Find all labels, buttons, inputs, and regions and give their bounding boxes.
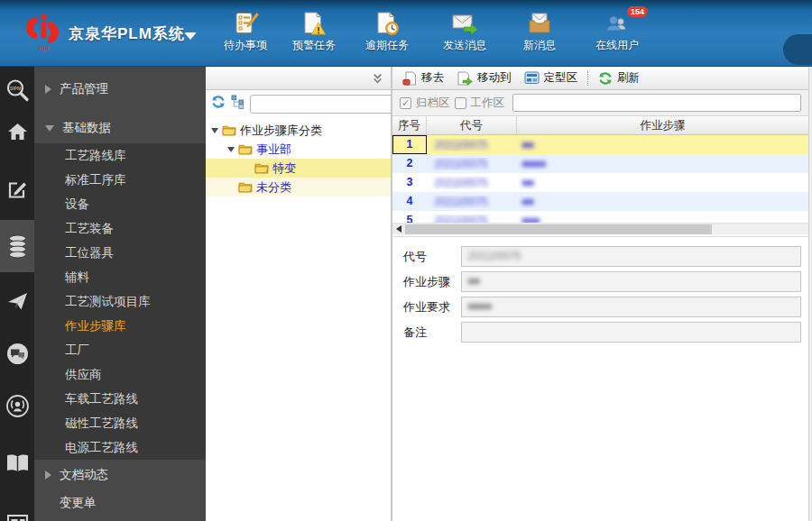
chat-icon — [5, 342, 30, 366]
sidebar-item-process-test-lib[interactable]: 工艺测试项目库 — [34, 289, 206, 314]
content-toolbar: 移去 移动到 定型区 刷新 — [392, 67, 808, 90]
rail-item-send[interactable] — [0, 283, 34, 319]
rail-item-home[interactable] — [0, 114, 34, 150]
sidebar-item-supplier[interactable]: 供应商 — [34, 362, 206, 387]
tree-node-label: 作业步骤库分类 — [240, 123, 322, 139]
topbar-item-overdue-task[interactable]: 逾期任务 — [348, 7, 426, 61]
topbar-item-send-message[interactable]: 发送消息 — [426, 7, 503, 61]
code-field[interactable]: 2021100075 — [461, 246, 801, 267]
sidebar-item-station-apparatus[interactable]: 工位器具 — [34, 241, 206, 265]
chevron-right-icon — [45, 471, 51, 480]
rail-item-window[interactable] — [0, 505, 34, 521]
workarea-checkbox[interactable] — [455, 97, 466, 109]
topbar-item-new-message[interactable]: 新消息 — [503, 7, 576, 61]
send-icon — [6, 290, 29, 312]
scrollbar-track[interactable] — [712, 224, 808, 234]
tree-structure-icon[interactable] — [231, 95, 245, 113]
step-field[interactable]: ■■ — [461, 271, 801, 292]
overdue-task-icon — [374, 7, 400, 36]
sidebar-group-product[interactable]: 产品管理 — [34, 74, 206, 105]
table-row[interactable]: 4 2021100075 ■■ — [392, 192, 808, 211]
sidebar-item-process-route-lib[interactable]: 工艺路线库 — [34, 143, 206, 168]
scroll-left-button[interactable] — [392, 225, 405, 233]
sidebar-item-power-process-route[interactable]: 电源工艺路线 — [34, 435, 206, 460]
right-edge-strip[interactable] — [808, 67, 812, 521]
sidebar-item-vehicle-process-route[interactable]: 车载工艺路线 — [34, 387, 206, 411]
tree-collapse-bar — [206, 67, 391, 90]
topbar-item-label: 待办事项 — [224, 38, 267, 53]
folder-icon — [222, 124, 236, 136]
tree-node-division[interactable]: 事业部 — [206, 140, 391, 159]
rail-item-database[interactable] — [0, 220, 34, 272]
sipm-search-icon: SIPM — [5, 78, 30, 103]
tree-node-root[interactable]: 作业步骤库分类 — [206, 121, 391, 140]
topbar-item-warning-task[interactable]: 预警任务 — [280, 7, 348, 61]
rail-item-chat[interactable] — [0, 335, 34, 371]
topbar-item-todo[interactable]: 待办事项 — [211, 7, 280, 61]
tree-refresh-icon[interactable] — [211, 95, 226, 113]
masked-value: 2021100075 — [467, 250, 521, 262]
sidebar-group-basic-data[interactable]: 基础数据 — [34, 113, 206, 143]
cell-num: 5 — [392, 211, 427, 223]
column-header-code[interactable]: 代号 — [427, 116, 517, 134]
sidebar-item-factory[interactable]: 工厂 — [34, 338, 206, 362]
archive-checkbox[interactable]: ✓ — [400, 97, 411, 109]
masked-code: 2021100075 — [434, 215, 487, 224]
step-field-label: 作业步骤 — [403, 271, 461, 292]
tree-node-tebian[interactable]: 特变 — [206, 159, 391, 178]
column-header-num[interactable]: 序号 — [392, 116, 427, 134]
cell-num: 1 — [392, 135, 427, 154]
table-row[interactable]: 2 2021100075 ■■■■ — [392, 154, 808, 173]
detail-form: 代号 2021100075 作业步骤 ■■ 作业要求 ■■■■ 备注 — [392, 237, 808, 343]
fixed-area-button[interactable]: 定型区 — [518, 69, 585, 87]
note-field-label: 备注 — [403, 322, 461, 343]
expander-down-icon — [227, 147, 235, 152]
topbar-item-online-users[interactable]: 在线用户 154 — [576, 7, 659, 61]
sidebar-group-doc-dynamics[interactable]: 文档动态 — [34, 460, 206, 490]
sidebar-item-work-step-lib[interactable]: 作业步骤库 — [34, 314, 206, 338]
sidebar-item-process-tooling[interactable]: 工艺装备 — [34, 216, 206, 241]
warning-task-icon — [301, 7, 327, 36]
note-field[interactable] — [461, 322, 801, 343]
tree-node-label: 未分类 — [256, 179, 291, 196]
table-row[interactable]: 1 2021100075 ■■ — [392, 135, 808, 154]
rail-item-book[interactable] — [0, 445, 34, 481]
sidebar-item-change-order[interactable]: 变更单 — [34, 490, 206, 516]
tree-node-unclassified[interactable]: 未分类 — [206, 178, 391, 197]
sidebar-item-equipment[interactable]: 设备 — [34, 192, 206, 216]
column-header-step[interactable]: 作业步骤 — [517, 116, 808, 134]
send-message-icon — [451, 7, 479, 36]
topbar-right-pill[interactable] — [783, 34, 812, 65]
jqh-logo-icon: JQH — [25, 11, 61, 52]
tree-search-input[interactable] — [251, 96, 394, 112]
toolbar-separator — [587, 71, 588, 86]
cell-num: 2 — [392, 154, 427, 173]
sidebar-item-standard-process-lib[interactable]: 标准工序库 — [34, 168, 206, 192]
workarea-label: 工作区 — [471, 96, 505, 111]
edit-icon — [7, 179, 28, 199]
topbar-item-label: 新消息 — [523, 38, 556, 53]
remove-button[interactable]: 移去 — [396, 69, 450, 87]
refresh-button[interactable]: 刷新 — [592, 69, 646, 87]
rail-item-sipm-search[interactable]: SIPM — [0, 72, 34, 108]
chevron-double-down-icon[interactable] — [372, 72, 383, 88]
svg-text:JQH: JQH — [38, 46, 49, 51]
table-row[interactable]: 3 2021100075 ■■ — [392, 173, 808, 192]
scroll-left-icon — [396, 225, 401, 233]
filter-row: ✓ 归档区 工作区 — [392, 90, 808, 116]
requirement-field[interactable]: ■■■■ — [461, 297, 801, 317]
folder-icon — [238, 143, 253, 155]
topbar-nav: 待办事项 预警任务 — [211, 7, 659, 61]
content-panel: 移去 移动到 定型区 刷新 — [392, 67, 808, 521]
rail-item-broadcast[interactable] — [0, 388, 34, 424]
scrollbar-thumb[interactable] — [405, 224, 712, 234]
archive-label: 归档区 — [416, 96, 450, 111]
table-row[interactable]: 5 2021100075 ■■■ — [392, 211, 808, 223]
sidebar-group-label: 基础数据 — [62, 120, 111, 136]
sidebar-item-auxiliary-material[interactable]: 辅料 — [34, 265, 206, 289]
move-to-button[interactable]: 移动到 — [450, 69, 518, 87]
sidebar-item-magnetic-process-route[interactable]: 磁性工艺路线 — [34, 411, 206, 435]
title-dropdown-caret-icon[interactable] — [184, 32, 197, 40]
rail-item-edit[interactable] — [0, 171, 34, 207]
filter-search-input[interactable] — [512, 94, 801, 112]
